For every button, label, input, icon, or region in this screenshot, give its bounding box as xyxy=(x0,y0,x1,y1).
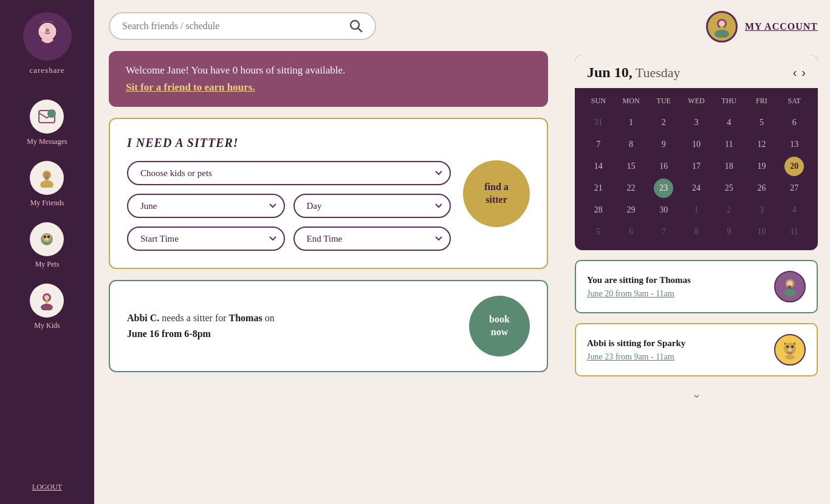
cal-day-30[interactable]: 30 xyxy=(654,200,673,220)
svg-point-2 xyxy=(46,29,49,32)
cal-day-1[interactable]: 1 xyxy=(622,113,641,132)
cal-day-5[interactable]: 5 xyxy=(752,113,771,132)
logout-link[interactable]: LOGOUT xyxy=(32,483,62,491)
day-dropdown[interactable]: Day xyxy=(293,194,451,218)
cal-day-next-9[interactable]: 9 xyxy=(719,222,739,242)
cal-day-23[interactable]: 23 xyxy=(654,179,673,198)
cal-day-16[interactable]: 16 xyxy=(654,157,673,176)
welcome-message: Welcome Jane! You have 0 hours of sittin… xyxy=(126,64,531,77)
cal-day-3[interactable]: 3 xyxy=(687,113,706,132)
cal-day-next-3[interactable]: 3 xyxy=(752,200,771,220)
kids-pets-row: Choose kids or pets xyxy=(127,161,451,185)
sitter-card: I NEED A SITTER! Choose kids or pets Mon… xyxy=(109,118,548,269)
kids-pets-dropdown[interactable]: Choose kids or pets xyxy=(127,161,451,185)
end-time-dropdown[interactable]: End Time xyxy=(293,226,451,251)
svg-point-12 xyxy=(47,236,50,238)
cal-day-7[interactable]: 7 xyxy=(589,135,608,154)
sidebar-item-kids[interactable]: My Kids xyxy=(30,284,64,330)
cal-day-13[interactable]: 13 xyxy=(784,135,804,154)
cal-day-next-11[interactable]: 11 xyxy=(784,222,804,242)
svg-rect-27 xyxy=(788,285,791,288)
cal-day-next-1[interactable]: 1 xyxy=(687,200,706,220)
cal-day-11[interactable]: 11 xyxy=(719,135,739,154)
sitting-thomas-title: You are sitting for Thomas xyxy=(587,275,691,285)
cal-day-12[interactable]: 12 xyxy=(752,135,771,154)
svg-rect-4 xyxy=(47,109,56,118)
cal-label-tue: TUE xyxy=(647,93,680,109)
cal-day-26[interactable]: 26 xyxy=(752,179,771,198)
calendar-next-button[interactable]: › xyxy=(801,66,806,80)
sidebar-item-pets[interactable]: My Pets xyxy=(30,222,64,269)
cal-day-10[interactable]: 10 xyxy=(687,135,706,154)
cal-day-27[interactable]: 27 xyxy=(784,179,804,198)
cal-day-9[interactable]: 9 xyxy=(654,135,673,154)
logout-area[interactable]: LOGOUT xyxy=(32,481,62,492)
cal-day-next-2[interactable]: 2 xyxy=(719,200,739,220)
cal-day-8[interactable]: 8 xyxy=(622,135,641,154)
book-now-button[interactable]: book now xyxy=(469,296,530,356)
cal-day-15[interactable]: 15 xyxy=(622,157,641,176)
book-text-prefix: needs a sitter for xyxy=(159,313,228,323)
calendar: Jun 10, Tuesday ‹ › SUN MON TUE WED THU … xyxy=(575,55,818,250)
cal-day-2[interactable]: 2 xyxy=(654,113,673,132)
cal-day-17[interactable]: 17 xyxy=(687,157,706,176)
cal-day-4[interactable]: 4 xyxy=(719,113,739,132)
cal-day-29[interactable]: 29 xyxy=(622,200,641,220)
sidebar-item-messages[interactable]: My Messages xyxy=(27,100,67,146)
start-time-dropdown[interactable]: Start Time xyxy=(127,226,285,251)
sitting-thomas-date[interactable]: June 20 from 9am - 11am xyxy=(587,289,674,298)
cal-day-28[interactable]: 28 xyxy=(589,200,608,220)
svg-point-22 xyxy=(719,21,725,27)
calendar-prev-button[interactable]: ‹ xyxy=(793,66,797,80)
svg-point-13 xyxy=(45,238,49,240)
svg-rect-8 xyxy=(45,177,49,180)
cal-day-14[interactable]: 14 xyxy=(589,157,608,176)
cal-day-6[interactable]: 6 xyxy=(784,113,804,132)
account-header: MY ACCOUNT xyxy=(575,11,818,43)
search-input[interactable] xyxy=(122,21,349,32)
svg-point-1 xyxy=(40,27,45,32)
find-sitter-label-line1: find a xyxy=(484,182,509,192)
cal-day-31[interactable]: 31 xyxy=(589,113,608,132)
cal-day-19[interactable]: 19 xyxy=(752,157,771,176)
month-dropdown[interactable]: Month JanuaryFebruaryMarch AprilMayJune … xyxy=(127,194,285,218)
pets-icon-bg xyxy=(30,222,64,256)
sitting-card-thomas-text: You are sitting for Thomas June 20 from … xyxy=(587,275,691,299)
chevron-down[interactable]: ⌄ xyxy=(575,386,818,401)
search-button[interactable] xyxy=(349,19,363,33)
cal-day-next-7[interactable]: 7 xyxy=(654,222,673,242)
cal-day-24[interactable]: 24 xyxy=(687,179,706,198)
cal-day-20[interactable]: 20 xyxy=(784,157,804,176)
svg-point-31 xyxy=(788,349,792,351)
cal-day-next-10[interactable]: 10 xyxy=(752,222,771,242)
svg-point-25 xyxy=(784,289,796,296)
cal-day-next-8[interactable]: 8 xyxy=(687,222,706,242)
welcome-banner: Welcome Jane! You have 0 hours of sittin… xyxy=(109,51,548,107)
earn-hours-link[interactable]: Sit for a friend to earn hours. xyxy=(126,81,255,93)
sidebar-item-messages-label: My Messages xyxy=(27,137,67,146)
sidebar-item-friends-label: My Friends xyxy=(30,199,64,208)
find-sitter-button[interactable]: find a sitter xyxy=(463,160,530,227)
cal-day-next-4[interactable]: 4 xyxy=(784,200,804,220)
cal-day-18[interactable]: 18 xyxy=(719,157,739,176)
cal-day-25[interactable]: 25 xyxy=(719,179,739,198)
cal-label-sat: SAT xyxy=(778,93,811,109)
svg-rect-23 xyxy=(720,26,724,30)
book-btn-line2: now xyxy=(491,327,508,337)
sidebar-item-kids-label: My Kids xyxy=(34,321,60,330)
time-row: Start Time End Time xyxy=(127,226,451,251)
account-label[interactable]: MY ACCOUNT xyxy=(745,21,818,32)
cal-day-next-5[interactable]: 5 xyxy=(589,222,608,242)
sidebar-item-friends[interactable]: My Friends xyxy=(30,161,64,208)
day-dropdown-wrap: Day xyxy=(293,194,451,218)
main-content: Welcome Jane! You have 0 hours of sittin… xyxy=(94,0,563,504)
cal-day-21[interactable]: 21 xyxy=(589,179,608,198)
cal-day-next-6[interactable]: 6 xyxy=(622,222,641,242)
search-bar xyxy=(109,12,376,40)
svg-point-16 xyxy=(44,295,49,300)
svg-point-6 xyxy=(40,180,53,188)
sitting-sparky-date[interactable]: June 23 from 9am - 11am xyxy=(587,352,674,361)
svg-point-15 xyxy=(41,304,53,310)
cal-week-1: 31 1 2 3 4 5 6 xyxy=(582,112,811,134)
cal-day-22[interactable]: 22 xyxy=(622,179,641,198)
